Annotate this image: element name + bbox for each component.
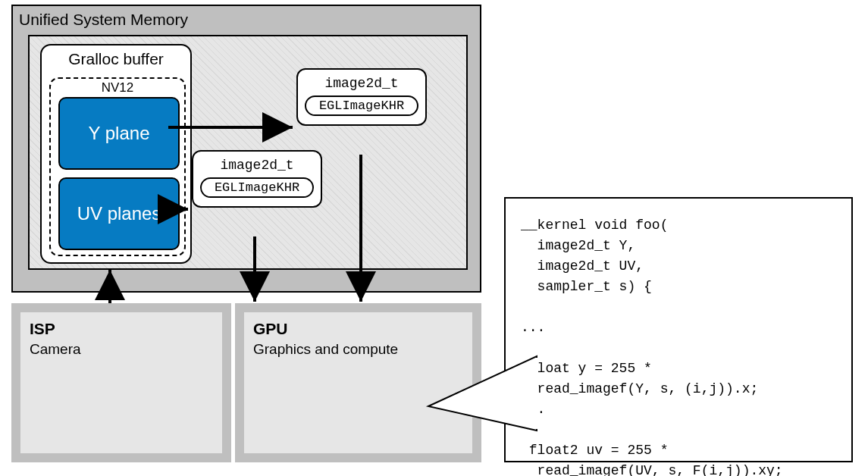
uv-planes-label: UV planes xyxy=(77,203,161,224)
code-line: image2d_t Y, xyxy=(521,238,635,253)
code-line: read_imagef(Y, s, (i,j)).x; xyxy=(521,381,758,396)
nv12-format-box: NV12 Y plane UV planes xyxy=(49,77,186,256)
code-line: image2d_t UV, xyxy=(521,258,644,274)
code-line: ... xyxy=(521,402,545,417)
isp-subtitle: Camera xyxy=(30,341,213,358)
gralloc-label: Gralloc buffer xyxy=(42,50,190,68)
isp-block: ISP Camera xyxy=(11,303,231,462)
image2d-type-label: image2d_t xyxy=(298,76,425,91)
code-line: __kernel void foo( xyxy=(521,218,668,233)
code-line: read_imagef(UV, s, F(i,j)).xy; xyxy=(521,463,783,476)
code-line: float y = 255 * xyxy=(521,361,652,376)
gpu-block: GPU Graphics and compute xyxy=(235,303,481,462)
kernel-code-callout: __kernel void foo( image2d_t Y, image2d_… xyxy=(504,197,853,462)
unified-system-memory: Unified System Memory Gralloc buffer NV1… xyxy=(11,5,481,293)
y-plane: Y plane xyxy=(58,97,180,170)
image2d-uv: image2d_t EGLImageKHR xyxy=(192,150,322,208)
gralloc-buffer: Gralloc buffer NV12 Y plane UV planes xyxy=(40,44,192,264)
code-line: sampler_t s) { xyxy=(521,279,652,294)
image2d-y: image2d_t EGLImageKHR xyxy=(296,68,427,126)
gpu-title: GPU xyxy=(253,320,463,338)
usm-title: Unified System Memory xyxy=(19,11,188,29)
image2d-type-label: image2d_t xyxy=(193,158,321,173)
isp-title: ISP xyxy=(30,320,213,338)
gpu-subtitle: Graphics and compute xyxy=(253,341,463,358)
code-line: ... xyxy=(521,320,545,335)
code-line: float2 uv = 255 * xyxy=(521,443,668,458)
uv-planes: UV planes xyxy=(58,177,180,250)
y-plane-label: Y plane xyxy=(89,123,150,144)
eglimagekhr-label: EGLImageKHR xyxy=(200,177,314,198)
eglimagekhr-label: EGLImageKHR xyxy=(305,96,418,116)
nv12-label: NV12 xyxy=(51,80,184,96)
